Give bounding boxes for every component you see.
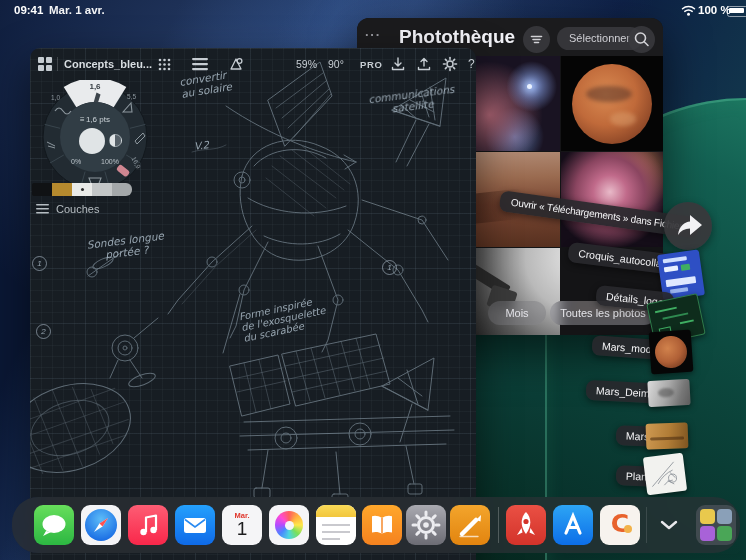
drag-thumb-mars-model[interactable] (649, 330, 694, 375)
search-icon (628, 26, 655, 53)
pen-icon (450, 505, 490, 545)
status-bar: 09:41 Mar. 1 avr. 100 % (0, 0, 746, 20)
app-store-a-icon (553, 505, 593, 545)
swatch-black[interactable] (32, 183, 52, 196)
gallery-grid-icon[interactable] (38, 57, 52, 71)
dock-icon-notes[interactable] (316, 505, 356, 545)
tool-size-nw: 1,0 (51, 94, 60, 101)
gear-icon (406, 505, 446, 545)
opacity-min: 0% (71, 158, 81, 165)
menu-icon[interactable] (192, 58, 208, 71)
grid-settings-icon[interactable] (158, 58, 171, 71)
drag-thumb-mars-landscape[interactable] (646, 422, 689, 449)
pro-badge[interactable]: PRO (360, 58, 382, 70)
import-icon[interactable] (390, 56, 406, 72)
zoom-level[interactable]: 59% (296, 58, 317, 70)
active-stroke-size: 1,6 (87, 82, 103, 91)
music-note-icon (128, 505, 168, 545)
dock-divider (498, 507, 499, 543)
dock-icon-calendar[interactable]: Mar. 1 (222, 505, 262, 545)
rocket-icon (506, 505, 546, 545)
search-button[interactable] (628, 26, 655, 53)
layers-label: Couches (56, 203, 99, 215)
lines-icon: ≡ (80, 115, 84, 124)
dock-icon-books[interactable] (362, 505, 402, 545)
battery-icon (727, 6, 746, 17)
star-glow (527, 84, 532, 89)
compass-needle-icon (81, 505, 121, 545)
c-glyph: C (600, 509, 640, 538)
forward-arrow-icon (664, 202, 712, 250)
opacity-half-icon[interactable] (109, 134, 122, 147)
dock-icon-app-store[interactable] (553, 505, 593, 545)
plan-scribble (643, 453, 687, 496)
dock-icon-safari[interactable] (81, 505, 121, 545)
mars-planet (572, 64, 652, 144)
settings-gear-icon[interactable] (442, 56, 458, 72)
dock-icon-mail[interactable] (175, 505, 215, 545)
tool-wheel[interactable]: 1,6 1,0 5,5 16,9 6,0 ≡ 1,6 pts 0% 100% (35, 80, 155, 200)
dock-icon-drawing-pen[interactable] (450, 505, 490, 545)
dock-divider-faint (646, 507, 647, 543)
annotation-badge-2: 2 (36, 324, 51, 339)
annotation-version: V.2 (193, 139, 209, 152)
open-book-icon (362, 505, 402, 545)
drag-thumb-deimos[interactable] (647, 379, 690, 407)
annotation-badge-3: 1 (382, 260, 397, 275)
layers-menu-icon (36, 204, 49, 214)
filter-lines-icon (523, 26, 550, 53)
ipad-screen: ··· Photothèque Sélectionner Mois Toutes… (0, 0, 746, 560)
rotation-angle[interactable]: 90° (328, 58, 344, 70)
dock: Mar. 1 (12, 497, 740, 553)
layers-panel-header[interactable]: Couches (36, 203, 99, 215)
color-swatch-bar[interactable] (32, 183, 132, 196)
clock: 09:41 (14, 4, 43, 16)
wifi-icon (681, 5, 696, 16)
dock-icon-app-library[interactable] (696, 505, 736, 545)
dock-icon-settings[interactable] (406, 505, 446, 545)
dock-icon-music[interactable] (128, 505, 168, 545)
envelope-icon (175, 505, 215, 545)
photo-thumbnail-orion[interactable] (561, 152, 663, 247)
window-controls-button[interactable]: ··· (365, 27, 381, 42)
swatch-gray[interactable] (112, 183, 132, 196)
swatch-white-selected[interactable] (72, 183, 92, 196)
dock-icon-photos[interactable] (269, 505, 309, 545)
selected-dot (81, 188, 84, 191)
precision-shapes-icon[interactable] (228, 56, 244, 72)
tool-size-ne: 5,5 (127, 93, 136, 100)
photos-title: Photothèque (399, 26, 515, 48)
color-well[interactable] (79, 128, 105, 154)
export-icon[interactable] (416, 56, 432, 72)
dock-icon-c-app[interactable]: C (600, 505, 640, 545)
dock-icon-rocket-app[interactable] (506, 505, 546, 545)
help-button[interactable]: ? (468, 57, 475, 71)
tab-mois[interactable]: Mois (488, 301, 546, 325)
chat-bubble-icon (34, 505, 74, 545)
battery-percent: 100 % (698, 4, 731, 16)
calendar-day: 1 (222, 520, 262, 538)
drag-thumb-plan-sketch[interactable] (643, 453, 687, 496)
photo-thumbnail-mars[interactable] (561, 56, 663, 151)
share-forward-button[interactable] (664, 202, 712, 250)
concepts-window: convertir au solaire communications sate… (30, 48, 476, 560)
toolbar-divider (57, 57, 58, 71)
swatch-lightgray[interactable] (92, 183, 112, 196)
chevron-down-icon[interactable] (660, 520, 678, 530)
dock-icon-messages[interactable] (34, 505, 74, 545)
stroke-width-label: ≡ 1,6 pts (65, 115, 125, 124)
filter-button[interactable] (523, 26, 550, 53)
date: Mar. 1 avr. (49, 4, 105, 16)
annotation-badge-1: 1 (32, 256, 47, 271)
swatch-gold[interactable] (52, 183, 72, 196)
document-title[interactable]: Concepts_bleu... (64, 58, 152, 70)
opacity-max: 100% (101, 158, 119, 165)
